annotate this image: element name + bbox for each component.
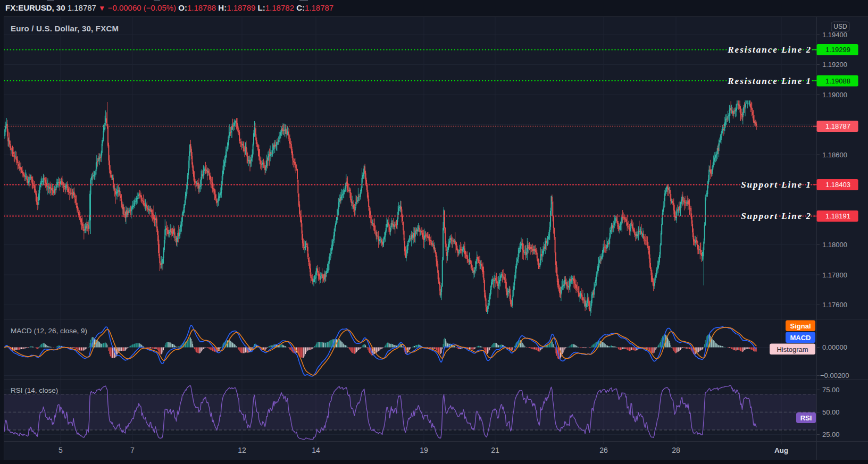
svg-text:12: 12 — [238, 446, 246, 454]
svg-text:1.18000: 1.18000 — [822, 241, 847, 249]
svg-text:1.19000: 1.19000 — [822, 91, 847, 99]
svg-text:19: 19 — [420, 446, 428, 454]
svg-text:Aug: Aug — [774, 446, 788, 454]
svg-text:Signal: Signal — [790, 322, 811, 330]
svg-text:25.00: 25.00 — [822, 431, 840, 438]
svg-text:1.19400: 1.19400 — [822, 31, 847, 39]
svg-text:RSI (14, close): RSI (14, close) — [11, 386, 58, 394]
svg-text:1.17600: 1.17600 — [822, 301, 847, 309]
svg-text:1.19200: 1.19200 — [822, 61, 847, 69]
svg-text:Support Line 1: Support Line 1 — [741, 180, 812, 190]
svg-text:1.18787: 1.18787 — [825, 122, 850, 130]
svg-text:1.19088: 1.19088 — [825, 77, 850, 85]
svg-text:MACD: MACD — [790, 334, 811, 342]
svg-text:Resistance Line 1: Resistance Line 1 — [727, 76, 812, 86]
svg-text:1.18600: 1.18600 — [822, 151, 847, 159]
svg-text:75.00: 75.00 — [822, 386, 840, 394]
svg-text:7: 7 — [130, 446, 135, 454]
svg-text:14: 14 — [312, 446, 320, 454]
svg-text:1.18403: 1.18403 — [825, 181, 850, 189]
svg-text:Support Line 2: Support Line 2 — [741, 211, 812, 221]
svg-text:26: 26 — [599, 446, 608, 454]
svg-text:28: 28 — [672, 446, 680, 454]
svg-text:USD: USD — [833, 23, 847, 30]
svg-text:1.18191: 1.18191 — [825, 212, 850, 220]
svg-text:50.00: 50.00 — [822, 408, 840, 416]
svg-text:1.17800: 1.17800 — [822, 271, 847, 279]
svg-text:0.00000: 0.00000 — [822, 343, 847, 351]
svg-text:MACD (12, 26, close, 9): MACD (12, 26, close, 9) — [11, 327, 87, 335]
svg-text:5: 5 — [59, 446, 63, 454]
svg-text:Euro / U.S. Dollar, 30, FXCM: Euro / U.S. Dollar, 30, FXCM — [11, 24, 119, 33]
svg-text:Histogram: Histogram — [777, 345, 808, 353]
svg-text:RSI: RSI — [800, 414, 812, 422]
svg-text:FX:EURUSD, 30 1.18787 ▼ −0.000: FX:EURUSD, 30 1.18787 ▼ −0.00060 (−0.05%… — [5, 3, 333, 12]
svg-text:1.19299: 1.19299 — [825, 46, 850, 54]
svg-text:−0.00200: −0.00200 — [820, 372, 849, 379]
svg-text:Resistance Line 2: Resistance Line 2 — [727, 45, 812, 55]
svg-text:21: 21 — [491, 446, 499, 454]
